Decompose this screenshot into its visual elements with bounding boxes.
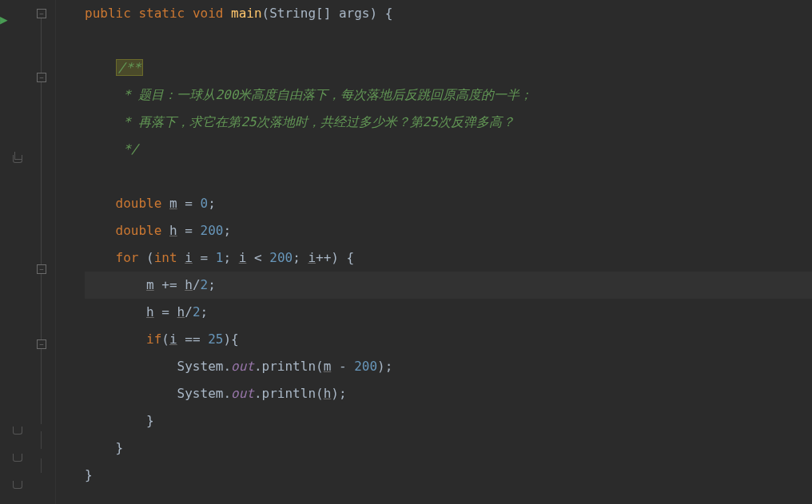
punct: ;	[208, 196, 216, 211]
punct: =	[177, 223, 201, 238]
code-line[interactable]: h = h/2;	[85, 299, 812, 326]
code-line[interactable]: public static void main(String[] args) {	[85, 0, 812, 27]
code-line[interactable]: System.out.println(m - 200);	[85, 353, 812, 380]
punct: }	[146, 413, 154, 428]
punct: <	[246, 250, 269, 265]
code-line[interactable]: /**	[85, 54, 812, 81]
code-line[interactable]: }	[85, 407, 812, 435]
comment: * 题目：一球从200米高度自由落下，每次落地后反跳回原高度的一半；	[116, 87, 533, 102]
keyword: public	[85, 6, 131, 21]
punct: (	[161, 331, 169, 347]
var: h	[177, 304, 185, 319]
keyword: if	[146, 331, 161, 347]
param: args	[339, 6, 370, 21]
fold-end-marker	[13, 454, 22, 462]
code-line[interactable]: double m = 0;	[85, 190, 812, 217]
number: 200	[354, 359, 377, 374]
var: h	[324, 386, 332, 401]
punct: /	[185, 304, 193, 319]
punct: ;	[208, 277, 216, 292]
var: m	[146, 277, 154, 292]
method-call: println	[262, 359, 316, 374]
code-line[interactable]: for (int i = 1; i < 200; i++) {	[85, 244, 812, 272]
var: h	[185, 277, 193, 292]
fold-toggle[interactable]: −	[37, 264, 46, 274]
punct: =	[177, 196, 201, 211]
fold-end-marker	[13, 155, 22, 163]
code-line[interactable]: System.out.println(h);	[85, 380, 812, 407]
fold-toggle[interactable]: −	[37, 339, 46, 349]
punct: =	[193, 250, 216, 265]
code-line-current[interactable]: m += h/2;	[85, 272, 812, 299]
code-line[interactable]	[85, 27, 812, 54]
punct: +=	[154, 277, 185, 292]
var: h	[146, 304, 154, 319]
punct: (	[316, 359, 324, 374]
method-name: main	[231, 6, 262, 21]
punct: ;	[293, 250, 308, 265]
var: i	[239, 250, 247, 265]
method-call: println	[262, 386, 316, 401]
punct: .	[254, 359, 262, 374]
fold-line	[41, 431, 42, 449]
keyword: for	[116, 250, 139, 265]
fold-toggle[interactable]: −	[37, 73, 46, 82]
punct: -	[331, 359, 354, 374]
code-line[interactable]: * 再落下，求它在第25次落地时，共经过多少米？第25次反弹多高？	[85, 109, 812, 136]
punct: (	[262, 6, 270, 21]
var: h	[169, 223, 177, 238]
fold-line	[41, 156, 42, 264]
punct: /	[193, 277, 201, 292]
type: String	[269, 6, 316, 21]
code-editor[interactable]: ▶ − − − − public static void main(String…	[0, 0, 812, 504]
number: 25	[208, 331, 223, 347]
fold-line	[41, 82, 42, 156]
punct: .	[254, 386, 262, 401]
field: out	[231, 386, 254, 401]
code-line[interactable]: }	[85, 462, 812, 489]
fold-toggle[interactable]: −	[37, 9, 46, 18]
comment-end: */	[116, 141, 139, 157]
punct: );	[377, 359, 392, 374]
number: 200	[269, 250, 293, 265]
number: 200	[201, 223, 224, 238]
field: out	[231, 359, 254, 374]
punct: (	[138, 250, 153, 265]
code-line[interactable]: if(i == 25){	[85, 326, 812, 353]
code-content[interactable]: public static void main(String[] args) {…	[56, 0, 812, 504]
code-line[interactable]: }	[85, 435, 812, 462]
code-line[interactable]: */	[85, 136, 812, 163]
punct: }	[116, 440, 124, 455]
punct: ;	[201, 304, 209, 319]
var: m	[169, 196, 177, 211]
comment: * 再落下，求它在第25次落地时，共经过多少米？第25次反弹多高？	[116, 114, 515, 129]
keyword: double	[116, 223, 162, 238]
keyword: static	[138, 6, 185, 21]
code-line[interactable]	[85, 163, 812, 190]
fold-end-marker	[13, 481, 22, 489]
fold-line	[41, 458, 42, 473]
run-icon[interactable]: ▶	[0, 6, 8, 34]
class-ref: System	[177, 386, 224, 401]
keyword: void	[193, 6, 224, 21]
punct: ;	[223, 223, 231, 238]
var: m	[324, 359, 332, 374]
punct: );	[331, 386, 346, 401]
fold-line	[41, 349, 42, 424]
number: 2	[193, 304, 201, 319]
punct: .	[223, 359, 231, 374]
number: 0	[201, 196, 209, 211]
fold-end-marker	[13, 427, 22, 435]
punct: .	[223, 386, 231, 401]
punct: ==	[177, 331, 209, 347]
punct: }	[85, 467, 93, 482]
code-line[interactable]: * 题目：一球从200米高度自由落下，每次落地后反跳回原高度的一半；	[85, 81, 812, 109]
punct: ){	[223, 331, 238, 347]
fold-line	[41, 274, 42, 339]
code-line[interactable]: double h = 200;	[85, 217, 812, 244]
punct: =	[154, 304, 177, 319]
punct: (	[316, 386, 324, 401]
number: 1	[216, 250, 224, 265]
fold-line	[41, 18, 42, 73]
class-ref: System	[177, 359, 224, 374]
